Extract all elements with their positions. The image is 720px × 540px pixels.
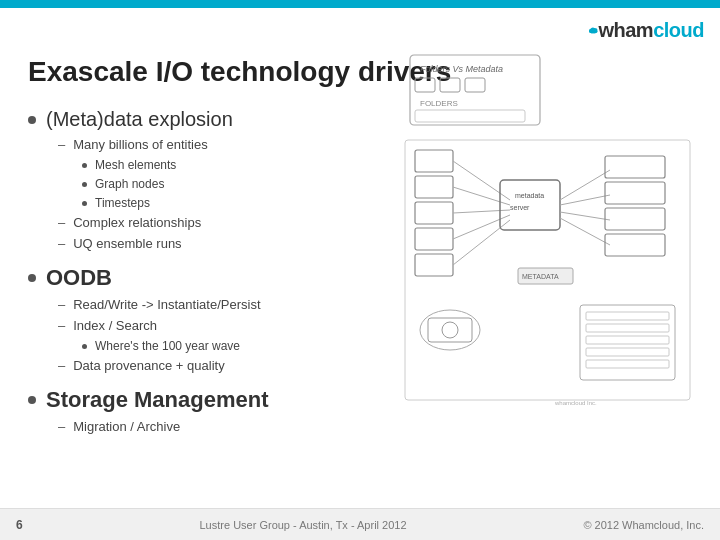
sub-item-uq-label: UQ ensemble runs xyxy=(73,234,181,255)
svg-rect-32 xyxy=(605,208,665,230)
sub-sub-graph-label: Graph nodes xyxy=(95,175,164,194)
bullet-sm-icon xyxy=(82,163,87,168)
svg-line-20 xyxy=(453,210,510,213)
svg-text:Folders Vs Metadata: Folders Vs Metadata xyxy=(420,64,503,74)
page-number: 6 xyxy=(16,518,23,532)
svg-rect-42 xyxy=(586,360,669,368)
bullet-metaexplode-label: (Meta)data explosion xyxy=(46,108,233,131)
dash-icon: – xyxy=(58,234,65,255)
slide-image: Folders Vs Metadata FOLDERS metadata ser… xyxy=(400,50,700,430)
svg-rect-41 xyxy=(586,348,669,356)
sub-item-indexsearch-label: Index / Search xyxy=(73,316,157,337)
bullet-sm-icon xyxy=(82,201,87,206)
sub-item-billions-label: Many billions of entities xyxy=(73,135,207,156)
svg-rect-30 xyxy=(605,156,665,178)
footer-center-text: Lustre User Group - Austin, Tx - April 2… xyxy=(200,519,407,531)
sub-item-dataprov-label: Data provenance + quality xyxy=(73,356,224,377)
bullet-dot xyxy=(28,396,36,404)
dash-icon: – xyxy=(58,135,65,156)
bullet-sm-icon xyxy=(82,344,87,349)
svg-rect-7 xyxy=(415,78,435,92)
top-bar xyxy=(0,0,720,8)
svg-line-27 xyxy=(560,195,610,205)
footer-copyright: © 2012 Whamcloud, Inc. xyxy=(583,519,704,531)
svg-rect-33 xyxy=(605,234,665,256)
svg-rect-40 xyxy=(586,336,669,344)
sub-sub-time-label: Timesteps xyxy=(95,194,150,213)
bullet-oodb-label: OODB xyxy=(46,265,112,291)
svg-line-28 xyxy=(560,212,610,220)
dash-icon: – xyxy=(58,356,65,377)
svg-line-26 xyxy=(560,170,610,200)
dash-icon: – xyxy=(58,295,65,316)
sub-item-migration-label: Migration / Archive xyxy=(73,417,180,438)
sketch-svg: Folders Vs Metadata FOLDERS metadata ser… xyxy=(400,50,700,430)
svg-point-36 xyxy=(442,322,458,338)
svg-line-19 xyxy=(453,187,510,205)
svg-rect-39 xyxy=(586,324,669,332)
svg-rect-38 xyxy=(586,312,669,320)
svg-rect-14 xyxy=(415,176,453,198)
svg-rect-11 xyxy=(415,110,525,122)
svg-rect-13 xyxy=(415,150,453,172)
svg-text:whamcloud Inc.: whamcloud Inc. xyxy=(554,400,597,406)
bullet-storage-label: Storage Management xyxy=(46,387,269,413)
svg-text:metadata: metadata xyxy=(515,192,544,199)
svg-rect-31 xyxy=(605,182,665,204)
svg-line-29 xyxy=(560,218,610,245)
footer-bar: 6 Lustre User Group - Austin, Tx - April… xyxy=(0,508,720,540)
sub-sub-wave-label: Where's the 100 year wave xyxy=(95,337,240,356)
svg-text:server: server xyxy=(510,204,530,211)
svg-text:FOLDERS: FOLDERS xyxy=(420,99,458,108)
svg-rect-8 xyxy=(440,78,460,92)
sub-item-readwrite-label: Read/Write -> Instantiate/Persist xyxy=(73,295,260,316)
bullet-sm-icon xyxy=(82,182,87,187)
svg-rect-37 xyxy=(580,305,675,380)
bullet-dot xyxy=(28,274,36,282)
svg-point-34 xyxy=(420,310,480,350)
sub-sub-mesh-label: Mesh elements xyxy=(95,156,176,175)
svg-rect-9 xyxy=(465,78,485,92)
svg-rect-17 xyxy=(415,254,453,276)
bullet-dot xyxy=(28,116,36,124)
dash-icon: – xyxy=(58,417,65,438)
svg-text:METADATA: METADATA xyxy=(522,273,559,280)
svg-rect-16 xyxy=(415,228,453,250)
dash-icon: – xyxy=(58,316,65,337)
svg-rect-15 xyxy=(415,202,453,224)
sub-item-complex-label: Complex relationships xyxy=(73,213,201,234)
dash-icon: – xyxy=(58,213,65,234)
